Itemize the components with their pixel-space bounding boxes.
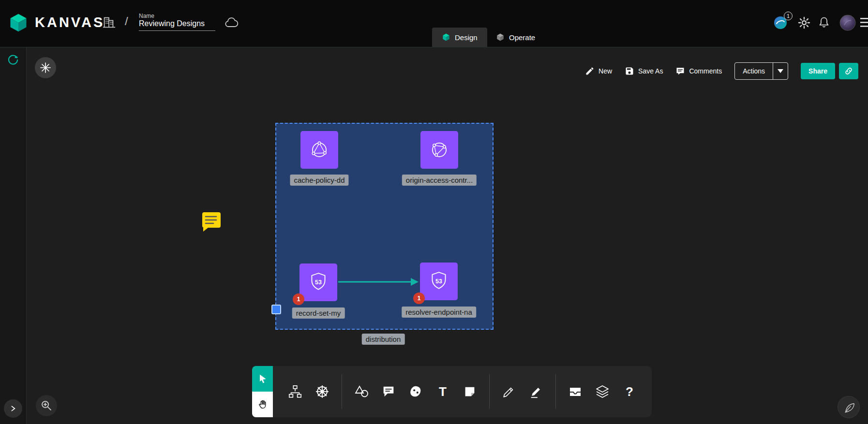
text-tool-button[interactable]: T: [435, 384, 450, 399]
layers-button[interactable]: [595, 384, 610, 399]
shapes-tool-button[interactable]: [354, 384, 369, 399]
notifications-bell-icon[interactable]: [817, 15, 831, 30]
recenter-burst-button[interactable]: [35, 57, 56, 78]
annotate-pencil-button[interactable]: [528, 384, 544, 399]
actions-label: Actions: [735, 63, 773, 79]
canvas-toolbar: New Save As Comments Actions Share: [585, 62, 858, 80]
draw-freehand-button[interactable]: [501, 384, 517, 399]
name-label: Name: [139, 13, 215, 19]
breadcrumb-separator: /: [125, 15, 128, 28]
comment-icon: [675, 66, 685, 76]
node-cache-policy[interactable]: [300, 131, 338, 169]
dock-main: T: [273, 366, 652, 417]
node-label-cache-policy: cache-policy-dd: [290, 175, 348, 186]
new-label: New: [599, 67, 612, 75]
node-label-origin-access: origin-access-contr...: [402, 175, 477, 186]
link-icon: [844, 66, 853, 76]
dock-divider: [555, 374, 556, 409]
select-tool-button[interactable]: [252, 366, 273, 392]
group-label-distribution: distribution: [362, 334, 405, 345]
components-tool-button[interactable]: [287, 384, 303, 399]
design-name-input[interactable]: [139, 19, 215, 31]
layers-icon: [595, 384, 610, 399]
burst-icon: [39, 61, 52, 74]
quill-icon: [842, 401, 855, 413]
share-label: Share: [808, 67, 827, 75]
notification-count-badge: 1: [784, 12, 793, 20]
node-label-resolver-endpoint: resolver-endpoint-na: [402, 307, 476, 318]
actions-caret[interactable]: [773, 63, 788, 79]
operate-tab-icon: [496, 33, 505, 42]
comment-marker[interactable]: [200, 211, 222, 232]
comment-tool-button[interactable]: [381, 384, 396, 399]
app-header: KANVAS / Name Design: [0, 0, 868, 47]
shield-53-text: 53: [435, 278, 442, 285]
sync-status-icon[interactable]: [7, 54, 19, 66]
node-record-set[interactable]: 53 1: [299, 263, 337, 301]
menu-hamburger-icon[interactable]: [860, 17, 868, 28]
new-design-button[interactable]: New: [585, 66, 612, 76]
settings-gear-icon[interactable]: [797, 16, 811, 29]
shapes-icon: [354, 384, 369, 399]
save-as-label: Save As: [638, 67, 663, 75]
chevron-right-icon: [9, 405, 17, 412]
pan-tool-button[interactable]: [252, 392, 273, 417]
zoom-in-button[interactable]: [36, 395, 57, 416]
help-glyph: ?: [626, 385, 633, 398]
pointer-tools-column: [252, 366, 273, 417]
doodle-tool-button[interactable]: [408, 384, 423, 399]
design-tab-label: Design: [455, 33, 478, 42]
kubernetes-tool-button[interactable]: [314, 384, 330, 399]
comments-button[interactable]: Comments: [675, 66, 722, 76]
design-tab-icon: [442, 33, 450, 42]
text-tool-glyph: T: [439, 385, 447, 398]
sitemap-icon: [288, 384, 302, 399]
node-resolver-endpoint[interactable]: 53 1: [420, 263, 458, 300]
shield-53-text: 53: [315, 279, 322, 286]
share-group: Share: [801, 63, 858, 79]
node-origin-access-control[interactable]: [420, 131, 458, 169]
edge-arrow[interactable]: [338, 276, 419, 288]
cloudfront-origin-access-icon: [428, 138, 451, 161]
cloud-sync-icon[interactable]: [224, 15, 239, 30]
hand-icon: [257, 399, 269, 410]
comments-label: Comments: [689, 67, 722, 75]
tab-operate[interactable]: Operate: [486, 28, 545, 47]
user-avatar[interactable]: [839, 15, 856, 31]
pencil-outline-icon: [502, 384, 516, 399]
archive-tray-icon: [568, 384, 583, 399]
app-title: KANVAS: [35, 15, 105, 30]
design-name-group: Name: [139, 13, 215, 31]
organization-icon[interactable]: [102, 15, 116, 30]
share-button[interactable]: Share: [801, 63, 835, 79]
error-badge[interactable]: 1: [293, 293, 304, 305]
sticky-note-tool-button[interactable]: [462, 384, 478, 399]
doodle-blob-icon: [408, 384, 423, 399]
operate-tab-label: Operate: [509, 33, 535, 42]
copy-link-button[interactable]: [839, 63, 858, 79]
tool-dock: T: [252, 366, 652, 417]
helm-wheel-icon: [314, 384, 330, 399]
sticky-note-icon: [463, 384, 477, 399]
annotate-pen-button[interactable]: [838, 396, 860, 418]
expand-sidebar-button[interactable]: [4, 399, 22, 418]
magnifier-plus-icon: [40, 399, 53, 412]
kanvas-logo-icon[interactable]: [8, 12, 29, 33]
help-button[interactable]: ?: [622, 384, 637, 399]
node-label-record-set: record-set-my: [292, 307, 345, 319]
chevron-down-icon: [778, 69, 783, 73]
tab-design[interactable]: Design: [432, 28, 487, 47]
selection-handle[interactable]: [271, 305, 281, 314]
import-archive-button[interactable]: [568, 384, 583, 399]
cloudfront-cache-policy-icon: [308, 138, 331, 161]
comment-pin-icon: [200, 211, 222, 232]
left-sidebar: [0, 47, 27, 424]
pencil-filled-icon: [529, 384, 543, 399]
error-badge[interactable]: 1: [413, 292, 425, 304]
save-as-button[interactable]: Save As: [625, 66, 663, 76]
pencil-icon: [585, 66, 595, 76]
route53-record-set-icon: 53: [307, 271, 330, 294]
cursor-icon: [257, 374, 268, 384]
comment-bubble-icon: [381, 384, 396, 399]
actions-dropdown-button[interactable]: Actions: [734, 62, 788, 80]
